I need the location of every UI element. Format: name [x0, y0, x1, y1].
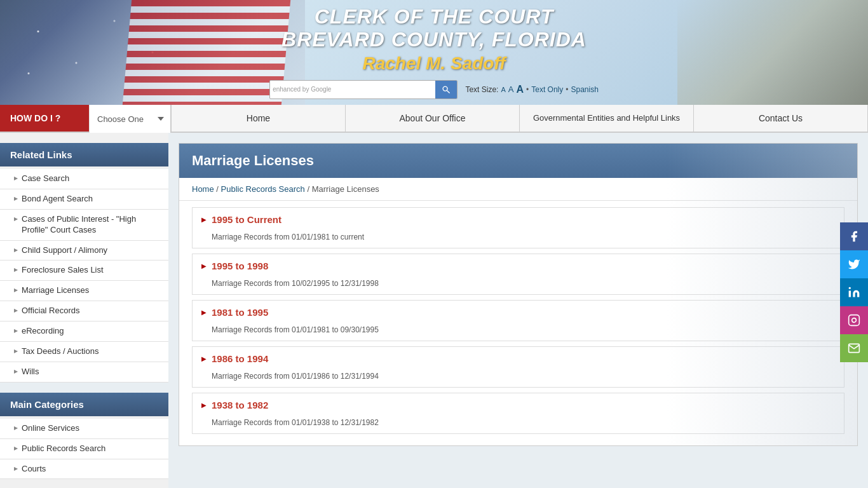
sidebar-category-link[interactable]: Online Services: [0, 419, 168, 439]
search-icon: [442, 85, 451, 94]
facebook-button[interactable]: [840, 222, 868, 250]
search-box: enhanced by Google: [269, 80, 458, 99]
record-description: Marriage Records from 01/01/1938 to 12/3…: [193, 417, 844, 433]
svg-point-2: [849, 287, 851, 289]
record-title: 1981 to 1995: [212, 307, 268, 318]
content-header: Marriage Licenses: [179, 144, 857, 178]
text-size-medium[interactable]: A: [508, 85, 514, 94]
main-categories-title: Main Categories: [0, 393, 168, 416]
record-arrow-icon: ▶: [201, 402, 207, 409]
header-name: Rachel M. Sadoff: [281, 53, 587, 74]
instagram-icon: [848, 314, 860, 327]
breadcrumb-sep1: /: [216, 184, 220, 194]
record-title: 1995 to Current: [212, 214, 281, 225]
record-item[interactable]: ▶ 1938 to 1982 Marriage Records from 01/…: [192, 393, 844, 434]
text-options-divider: •: [566, 85, 568, 94]
svg-rect-3: [849, 315, 860, 326]
content-area: Marriage Licenses Home / Public Records …: [168, 133, 868, 488]
svg-point-0: [444, 86, 448, 91]
twitter-button[interactable]: [840, 250, 868, 278]
spanish-link[interactable]: Spanish: [571, 85, 598, 94]
record-item-header: ▶ 1995 to 1998: [193, 254, 844, 278]
text-size-large[interactable]: A: [516, 84, 524, 95]
text-size-divider: •: [526, 85, 529, 94]
record-arrow-icon: ▶: [201, 355, 207, 362]
header-right-decoration: [677, 0, 868, 105]
header-search-bar: enhanced by Google Text Size: A A A • Te…: [269, 80, 599, 99]
breadcrumb-sep2: /: [307, 184, 311, 194]
record-item[interactable]: ▶ 1995 to 1998 Marriage Records from 10/…: [192, 254, 844, 295]
breadcrumb: Home / Public Records Search / Marriage …: [179, 178, 857, 201]
record-arrow-icon: ▶: [201, 309, 207, 316]
record-arrow-icon: ▶: [201, 216, 207, 223]
search-button[interactable]: [435, 80, 457, 99]
nav-item-about[interactable]: About Our Office: [346, 105, 520, 132]
content-box: Marriage Licenses Home / Public Records …: [179, 143, 858, 446]
record-item-header: ▶ 1981 to 1995: [193, 301, 844, 324]
header-center: CLERK OF THE COURT BREVARD COUNTY, FLORI…: [281, 6, 587, 73]
related-links-list: Case SearchBond Agent SearchCases of Pub…: [0, 169, 168, 383]
record-item-header: ▶ 1986 to 1994: [193, 347, 844, 370]
sidebar: Related Links Case SearchBond Agent Sear…: [0, 133, 168, 488]
nav-howdoi-dropdown[interactable]: Choose One: [89, 105, 172, 133]
record-title: 1986 to 1994: [212, 353, 268, 364]
record-item[interactable]: ▶ 1986 to 1994 Marriage Records from 01/…: [192, 346, 844, 388]
instagram-button[interactable]: [840, 306, 868, 334]
linkedin-button[interactable]: [840, 278, 868, 306]
record-item[interactable]: ▶ 1981 to 1995 Marriage Records from 01/…: [192, 300, 844, 341]
sidebar-category-link[interactable]: Courts: [0, 459, 168, 480]
linkedin-icon: [848, 286, 860, 299]
breadcrumb-home[interactable]: Home: [192, 184, 214, 194]
nav-item-contact[interactable]: Contact Us: [694, 105, 868, 132]
record-item[interactable]: ▶ 1995 to Current Marriage Records from …: [192, 207, 844, 248]
related-links-title: Related Links: [0, 143, 168, 166]
record-list: ▶ 1995 to Current Marriage Records from …: [179, 201, 857, 445]
sidebar-related-link[interactable]: eRecording: [0, 322, 168, 342]
sidebar-category-link[interactable]: Public Records Search: [0, 439, 168, 459]
header-title-line2: BREVARD COUNTY, FLORIDA: [281, 29, 587, 51]
header: CLERK OF THE COURT BREVARD COUNTY, FLORI…: [0, 0, 868, 105]
record-description: Marriage Records from 01/01/1986 to 12/3…: [193, 370, 844, 387]
nav-bar: HOW DO I ? Choose One Home About Our Off…: [0, 105, 868, 133]
header-flag: [123, 0, 290, 105]
record-title: 1938 to 1982: [212, 400, 268, 410]
svg-line-1: [447, 90, 450, 93]
record-item-header: ▶ 1995 to Current: [193, 208, 844, 231]
nav-howdoi-label: HOW DO I ?: [0, 105, 89, 132]
breadcrumb-parent[interactable]: Public Records Search: [221, 184, 305, 194]
sidebar-related-link[interactable]: Marriage Licenses: [0, 281, 168, 301]
record-description: Marriage Records from 01/01/1981 to 09/3…: [193, 324, 844, 341]
sidebar-related-link[interactable]: Tax Deeds / Auctions: [0, 342, 168, 362]
record-description: Marriage Records from 10/02/1995 to 12/3…: [193, 278, 844, 294]
nav-item-gov[interactable]: Governmental Entities and Helpful Links: [520, 105, 694, 132]
record-item-header: ▶ 1938 to 1982: [193, 393, 844, 417]
sidebar-related-link[interactable]: Foreclosure Sales List: [0, 261, 168, 281]
sidebar-related-link[interactable]: Case Search: [0, 169, 168, 189]
text-size-small[interactable]: A: [501, 86, 505, 93]
record-description: Marriage Records from 01/01/1981 to curr…: [193, 231, 844, 248]
sidebar-related-link[interactable]: Bond Agent Search: [0, 189, 168, 210]
search-enhanced-label: enhanced by Google: [270, 86, 334, 93]
sidebar-spacer: [0, 383, 168, 393]
email-icon: [848, 342, 860, 355]
header-title-line1: CLERK OF THE COURT: [281, 6, 587, 28]
nav-item-home[interactable]: Home: [172, 105, 346, 132]
text-size-options: Text Size: A A A • Text Only • Spanish: [465, 84, 598, 95]
facebook-icon: [848, 230, 860, 243]
breadcrumb-current: Marriage Licenses: [312, 184, 379, 194]
text-only-link[interactable]: Text Only: [531, 85, 563, 94]
record-title: 1995 to 1998: [212, 261, 268, 271]
record-arrow-icon: ▶: [201, 262, 207, 269]
social-sidebar: [840, 222, 868, 362]
main-container: Related Links Case SearchBond Agent Sear…: [0, 133, 868, 488]
main-categories-list: Online ServicesPublic Records SearchCour…: [0, 419, 168, 480]
twitter-icon: [848, 258, 860, 271]
sidebar-related-link[interactable]: Cases of Public Interest - "High Profile…: [0, 210, 168, 241]
sidebar-related-link[interactable]: Official Records: [0, 301, 168, 322]
sidebar-related-link[interactable]: Wills: [0, 362, 168, 383]
email-button[interactable]: [840, 334, 868, 362]
text-size-label: Text Size:: [465, 85, 498, 94]
search-input[interactable]: [334, 85, 435, 94]
sidebar-related-link[interactable]: Child Support / Alimony: [0, 241, 168, 261]
nav-items: Home About Our Office Governmental Entit…: [172, 105, 868, 132]
